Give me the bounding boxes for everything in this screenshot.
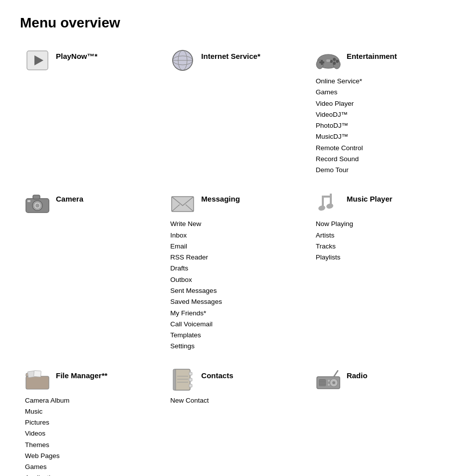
messaging-items: Write New Inbox Email RSS Reader Drafts … — [170, 219, 305, 352]
list-item: Sent Messages — [170, 285, 305, 296]
list-item: New Contact — [170, 395, 305, 406]
contacts-title: Contacts — [201, 367, 233, 380]
contacts-items: New Contact — [170, 395, 305, 406]
section-entertainment-header: Entertainment — [316, 48, 451, 73]
svg-line-43 — [334, 371, 338, 377]
section-playnow: PlayNow™* — [20, 43, 165, 186]
list-item: Now Playing — [316, 219, 451, 230]
list-item: Saved Messages — [170, 296, 305, 307]
svg-rect-21 — [33, 195, 40, 199]
list-item: Online Service* — [316, 76, 451, 87]
svg-point-50 — [332, 381, 335, 384]
playnow-icon — [25, 48, 50, 73]
list-item: PhotoDJ™ — [316, 120, 451, 131]
list-item: Demo Tour — [316, 165, 451, 176]
svg-rect-16 — [326, 59, 330, 62]
radio-title: Radio — [347, 367, 368, 380]
list-item: Music — [25, 406, 160, 417]
section-radio-header: Radio — [316, 367, 451, 392]
playnow-title: PlayNow™* — [56, 48, 97, 60]
list-item: Games — [316, 87, 451, 98]
section-internet-header: Internet Service* — [170, 48, 305, 73]
list-item: Tracks — [316, 241, 451, 252]
list-item: Record Sound — [316, 154, 451, 165]
list-item: Drafts — [170, 263, 305, 274]
svg-point-29 — [326, 203, 334, 210]
list-item: VideoDJ™ — [316, 109, 451, 120]
svg-rect-37 — [189, 378, 192, 381]
svg-point-13 — [336, 60, 339, 63]
list-item: My Friends* — [170, 308, 305, 319]
svg-rect-33 — [34, 370, 41, 377]
page-title: Menu overview — [20, 15, 456, 31]
list-item: Videos — [25, 428, 160, 439]
list-item: Outbox — [170, 274, 305, 285]
list-item: Inbox — [170, 230, 305, 241]
section-musicplayer-header: Music Player — [316, 191, 451, 216]
section-musicplayer: Music Player Now Playing Artists Tracks … — [311, 186, 456, 362]
section-contacts: Contacts New Contact — [165, 362, 310, 476]
svg-rect-38 — [189, 384, 192, 387]
filemanager-icon — [25, 367, 50, 392]
filemanager-items: Camera Album Music Pictures Videos Theme… — [25, 395, 160, 476]
list-item: Settings — [170, 341, 305, 352]
list-item: Remote Control — [316, 143, 451, 154]
section-filemanager-header: File Manager** — [25, 367, 160, 392]
svg-rect-36 — [189, 372, 192, 375]
musicplayer-icon — [316, 191, 341, 216]
list-item: Games — [25, 462, 160, 473]
internet-icon — [170, 48, 195, 73]
menu-grid: PlayNow™* Internet Service* — [20, 43, 456, 476]
svg-point-27 — [318, 205, 326, 212]
list-item: Themes — [25, 440, 160, 451]
list-item: MusicDJ™ — [316, 131, 451, 142]
svg-point-51 — [328, 380, 330, 382]
list-item: Web Pages — [25, 451, 160, 462]
musicplayer-title: Music Player — [347, 191, 393, 203]
list-item: Pictures — [25, 417, 160, 428]
section-messaging: Messaging Write New Inbox Email RSS Read… — [165, 186, 310, 362]
svg-rect-30 — [322, 196, 332, 198]
list-item: Applications — [25, 473, 160, 476]
entertainment-items: Online Service* Games Video Player Video… — [316, 76, 451, 176]
entertainment-icon — [316, 48, 341, 73]
list-item: Write New — [170, 219, 305, 230]
section-internet: Internet Service* — [165, 43, 310, 186]
section-radio: Radio — [311, 362, 456, 476]
entertainment-title: Entertainment — [347, 48, 397, 60]
svg-rect-34 — [174, 369, 190, 390]
section-messaging-header: Messaging — [170, 191, 305, 216]
svg-rect-11 — [319, 61, 324, 63]
list-item: Playlists — [316, 252, 451, 263]
list-item: Templates — [170, 330, 305, 341]
svg-rect-22 — [27, 200, 30, 202]
section-entertainment: Entertainment Online Service* Games Vide… — [311, 43, 456, 186]
section-camera-header: Camera — [25, 191, 160, 216]
camera-icon — [25, 191, 50, 216]
radio-icon — [316, 367, 341, 392]
section-contacts-header: Contacts — [170, 367, 305, 392]
messaging-icon — [170, 191, 195, 216]
list-item: Video Player — [316, 98, 451, 109]
svg-point-52 — [328, 384, 330, 386]
filemanager-title: File Manager** — [56, 367, 107, 380]
svg-point-12 — [333, 58, 336, 61]
svg-rect-31 — [26, 376, 49, 389]
internet-title: Internet Service* — [201, 48, 260, 60]
contacts-icon — [170, 367, 195, 392]
svg-rect-35 — [173, 369, 176, 390]
svg-point-20 — [35, 204, 39, 208]
messaging-title: Messaging — [201, 191, 240, 203]
list-item: Artists — [316, 230, 451, 241]
section-camera: Camera — [20, 186, 165, 362]
musicplayer-items: Now Playing Artists Tracks Playlists — [316, 219, 451, 263]
list-item: Camera Album — [25, 395, 160, 406]
section-filemanager: File Manager** Camera Album Music Pictur… — [20, 362, 165, 476]
list-item: Email — [170, 241, 305, 252]
svg-point-14 — [333, 62, 336, 65]
camera-title: Camera — [56, 191, 83, 203]
list-item: Call Voicemail — [170, 319, 305, 330]
list-item: RSS Reader — [170, 252, 305, 263]
section-playnow-header: PlayNow™* — [25, 48, 160, 73]
